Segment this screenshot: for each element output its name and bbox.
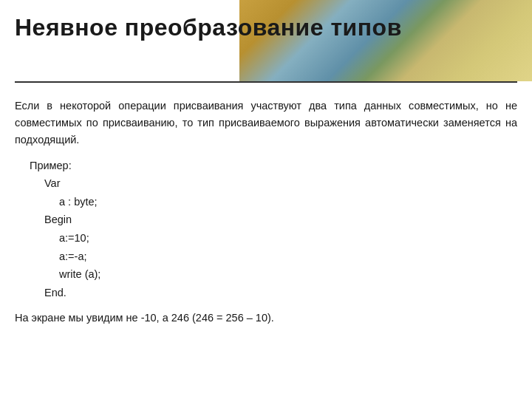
- footer-text: На экране мы увидим не -10, а 246 (246 =…: [15, 310, 517, 327]
- var-a-line: a : byte;: [59, 193, 517, 211]
- var-label: Var: [44, 174, 517, 193]
- code-line-2: a:=-a;: [59, 248, 517, 266]
- code-line-3: write (a);: [59, 265, 517, 284]
- intro-paragraph: Если в некоторой операции присваивания у…: [15, 98, 517, 149]
- begin-label: Begin: [44, 211, 517, 229]
- title-divider: [15, 81, 517, 83]
- code-section: Пример: Var a : byte; Begin a:=10; a:=-a…: [30, 157, 517, 302]
- code-line-1: a:=10;: [59, 229, 517, 248]
- end-label: End.: [44, 284, 517, 302]
- header-area: Неявное преобразование типов: [0, 0, 532, 81]
- example-label: Пример:: [30, 157, 517, 175]
- slide-container: Неявное преобразование типов Если в неко…: [0, 0, 532, 399]
- slide-content: Если в некоторой операции присваивания у…: [0, 83, 532, 338]
- slide-title: Неявное преобразование типов: [0, 0, 532, 49]
